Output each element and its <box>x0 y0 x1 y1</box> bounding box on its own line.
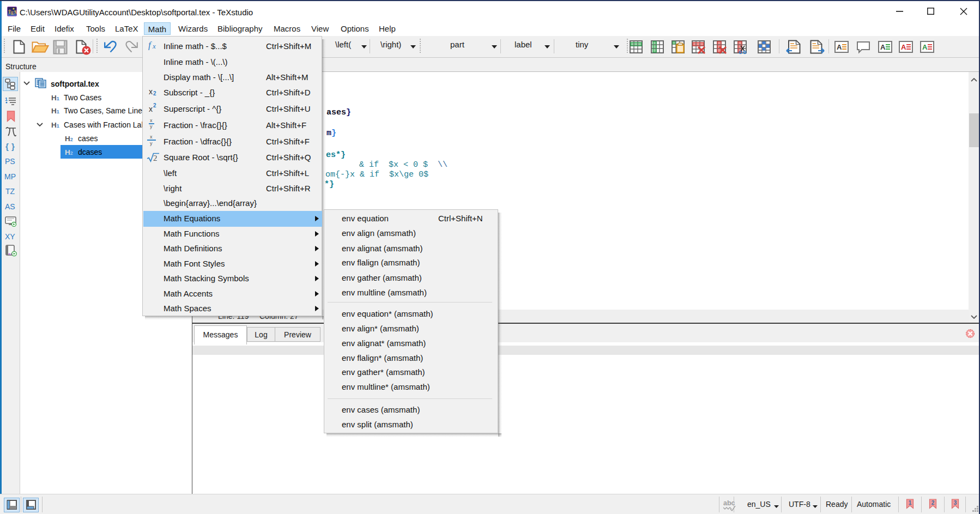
svg-text:1: 1 <box>909 500 912 506</box>
svg-text:2: 2 <box>931 500 935 506</box>
svg-text:{: { <box>5 142 9 151</box>
svg-text:A: A <box>837 43 842 51</box>
svg-text:A: A <box>880 43 886 51</box>
svg-text:2: 2 <box>153 154 158 162</box>
svg-text:1: 1 <box>5 96 8 102</box>
svg-text:TEX: TEX <box>8 10 17 16</box>
svg-text:A: A <box>901 43 906 51</box>
svg-text:A: A <box>922 43 928 51</box>
svg-text:}: } <box>11 142 15 151</box>
svg-text:3: 3 <box>954 500 957 506</box>
